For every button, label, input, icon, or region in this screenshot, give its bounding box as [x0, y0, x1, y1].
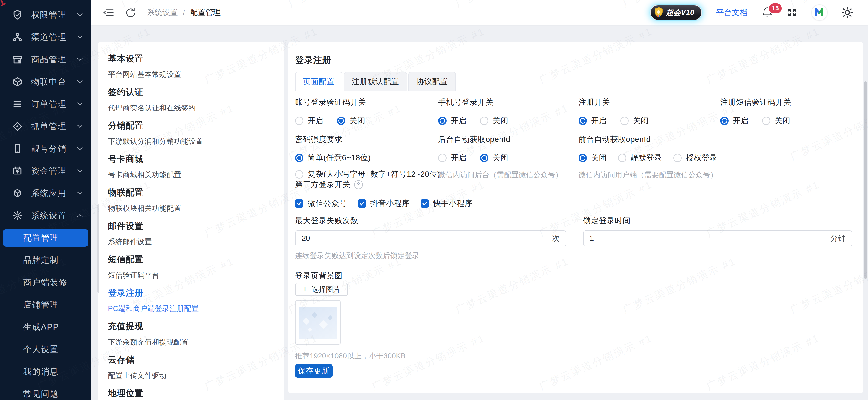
nav-group-title: 号卡商城 [108, 153, 275, 165]
radio-on-option[interactable]: 开启 [295, 116, 323, 126]
breadcrumb-parent[interactable]: 系统设置 [147, 7, 178, 18]
nav-group-title: 物联配置 [108, 187, 275, 198]
sidebar-item-funds[interactable]: 资金管理 [0, 160, 91, 182]
max-login-failures-input[interactable] [302, 234, 547, 243]
radio-close-option[interactable]: 关闭 [579, 153, 607, 163]
radio-on-option[interactable]: 开启 [438, 116, 467, 126]
unit-suffix: 次 [552, 233, 560, 244]
choose-image-button[interactable]: + 选择图片 [295, 283, 348, 296]
nav-group-desc: 平台网站基本常规设置 [108, 70, 275, 80]
help-question-icon[interactable]: ? [354, 180, 363, 189]
sidebar-item-number-distribution[interactable]: 靓号分销 [0, 137, 91, 160]
radio-off-option[interactable]: 关闭 [337, 116, 365, 126]
sidebar-item-orders[interactable]: 订单管理 [0, 93, 91, 115]
sidebar-item-label: 订单管理 [31, 98, 77, 110]
checkbox-checked-icon [421, 199, 429, 208]
radio-off-option[interactable]: 关闭 [762, 116, 790, 126]
settings-gear-icon[interactable] [841, 7, 853, 18]
tab-register-default-config[interactable]: 注册默认配置 [344, 72, 407, 91]
nav-group-recharge-withdraw[interactable]: 充值提现下游余额充值和提现配置 [108, 320, 275, 347]
image-size-hint: 推荐1920×1080以上，小于300KB [295, 351, 406, 361]
nav-group-sign-auth[interactable]: 签约认证代理商实名认证和在线签约 [108, 86, 275, 113]
radio-complex-option[interactable]: 复杂(大小写字母+数字+符号12~20位) [295, 169, 440, 180]
platform-docs-link[interactable]: 平台文档 [716, 7, 748, 18]
radio-off-option[interactable]: 关闭 [480, 116, 508, 126]
yuan-card-icon [12, 165, 23, 176]
sidebar-item-permission[interactable]: 权限管理 [0, 4, 91, 26]
refresh-icon[interactable] [125, 7, 136, 18]
field-hint: 连续登录失败达到设定次数后锁定登录 [295, 251, 420, 260]
radio-circle [673, 154, 682, 162]
lock-login-time-inputbox: 分钟 [583, 230, 852, 246]
fullscreen-icon[interactable] [787, 7, 797, 18]
list-lines-icon [12, 99, 23, 110]
sidebar-subitem-shop-management[interactable]: 店铺管理 [0, 294, 91, 316]
sidebar-subitem-config-management[interactable]: 配置管理 [3, 229, 88, 247]
tab-protocol-config[interactable]: 协议配置 [408, 72, 456, 91]
nav-group-login-register[interactable]: 登录注册PC端和商户端登录注册配置 [108, 287, 275, 314]
field-label: 锁定登录时间 [583, 216, 630, 226]
sidebar-item-channel[interactable]: 渠道管理 [0, 26, 91, 48]
radio-off-option[interactable]: 关闭 [480, 153, 508, 163]
sidebar-subitem-generate-app[interactable]: 生成APP [0, 316, 91, 338]
iot-cube-icon [12, 76, 23, 87]
radio-simple-option[interactable]: 简单(任意6~18位) [295, 153, 371, 163]
nav-group-desc: 配置上传文件驱动 [108, 371, 275, 380]
vip-level-label: 超会V10 [666, 8, 694, 18]
radio-on-option[interactable]: 开启 [438, 153, 467, 163]
sidebar-item-goods[interactable]: 商品管理 [0, 48, 91, 71]
sidebar-subitem-personal-settings[interactable]: 个人设置 [0, 338, 91, 361]
nav-group-iot-config[interactable]: 物联配置物联模块相关功能配置 [108, 187, 275, 213]
checkbox-kuaishou-miniapp[interactable]: 快手小程序 [421, 198, 472, 209]
sidebar-item-label: 权限管理 [31, 9, 77, 21]
collapse-sidebar-icon[interactable] [103, 7, 114, 18]
bg-image-thumbnail [299, 307, 337, 339]
save-update-button[interactable]: 保存更新 [295, 364, 333, 378]
sidebar-subitem-brand-custom[interactable]: 品牌定制 [0, 249, 91, 271]
radio-circle [295, 117, 303, 125]
nav-group-title: 地理位置 [108, 388, 275, 399]
nav-group-email[interactable]: 邮件设置系统邮件设置 [108, 220, 275, 247]
sidebar-item-iot[interactable]: 物联中台 [0, 71, 91, 93]
field-register-switch: 注册开关 开启 关闭 [579, 97, 649, 126]
nav-group-geo-location[interactable]: 地理位置 [108, 388, 275, 399]
radio-auth-login-option[interactable]: 授权登录 [673, 153, 717, 163]
nav-panel-scrollbar[interactable] [97, 205, 99, 293]
radio-circle-checked [337, 117, 345, 125]
app-logo[interactable] [811, 4, 828, 21]
sidebar-subitem-faq[interactable]: 常见问题 [0, 383, 91, 400]
radio-on-option[interactable]: 开启 [720, 116, 749, 126]
checkbox-douyin-miniapp[interactable]: 抖音小程序 [358, 198, 410, 209]
nav-group-distribution[interactable]: 分销配置下游默认分润和分销功能设置 [108, 120, 275, 146]
gold-medal-icon [654, 7, 663, 18]
sidebar-subitem-my-messages[interactable]: 我的消息 [0, 361, 91, 383]
vip-level-badge[interactable]: 超会V10 [650, 5, 702, 21]
sidebar-item-label: 资金管理 [31, 165, 77, 177]
sidebar-item-grab-orders[interactable]: 抓单管理 [0, 115, 91, 137]
nav-group-basic[interactable]: 基本设置平台网站基本常规设置 [108, 53, 275, 80]
sidebar: 权限管理 渠道管理 商品管理 物联中台 订单管理 抓单管理 [0, 0, 91, 400]
chevron-down-icon [77, 13, 83, 17]
radio-on-option[interactable]: 开启 [579, 116, 607, 126]
nav-group-sms[interactable]: 短信配置短信验证码平台 [108, 254, 275, 280]
field-label: 注册短信验证码开关 [720, 97, 791, 107]
nav-group-title: 登录注册 [108, 287, 275, 299]
field-label: 登录页背景图 [295, 271, 342, 281]
lock-login-time-input[interactable] [590, 234, 826, 243]
radio-circle-checked [579, 154, 587, 162]
nav-group-title: 邮件设置 [108, 220, 275, 232]
radio-off-option[interactable]: 关闭 [620, 116, 649, 126]
tab-page-config[interactable]: 页面配置 [295, 72, 342, 91]
nav-group-card-mall[interactable]: 号卡商城号卡商城相关功能配置 [108, 153, 275, 180]
nav-group-cloud-storage[interactable]: 云存储配置上传文件驱动 [108, 354, 275, 380]
sidebar-item-system-apps[interactable]: 系统应用 [0, 182, 91, 205]
bg-image-preview[interactable] [295, 300, 341, 345]
sidebar-item-label: 抓单管理 [31, 121, 77, 132]
page-scrollbar[interactable] [864, 81, 867, 279]
radio-silent-login-option[interactable]: 静默登录 [618, 153, 662, 163]
notifications-button[interactable]: 13 [762, 6, 773, 19]
sidebar-subitem-merchant-decor[interactable]: 商户端装修 [0, 271, 91, 294]
sidebar-item-system-settings[interactable]: 系统设置 [0, 205, 91, 227]
checkbox-wechat-official[interactable]: 微信公众号 [295, 198, 347, 209]
settings-nav-panel: 基本设置平台网站基本常规设置 签约认证代理商实名认证和在线签约 分销配置下游默认… [98, 42, 284, 400]
